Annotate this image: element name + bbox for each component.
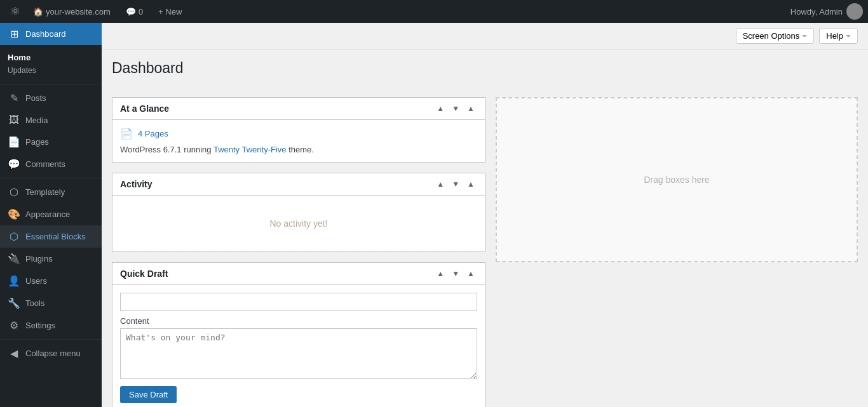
sidebar-item-media[interactable]: 🖼 Media (0, 109, 102, 131)
adminbar-right: Howdy, Admin (790, 3, 863, 20)
quick-draft-controls: ▲ ▼ ▲ (434, 268, 477, 279)
sidebar-item-comments[interactable]: 💬 Comments (0, 153, 102, 175)
save-draft-button[interactable]: Save Draft (120, 386, 177, 403)
dashboard-icon: ⊞ (8, 28, 20, 40)
widget-collapse-up-button[interactable]: ▲ (434, 103, 447, 114)
at-a-glance-body: 📄 4 Pages WordPress 6.7.1 running Twenty… (112, 120, 485, 162)
widget-controls: ▲ ▼ ▲ (434, 103, 477, 114)
main-header: Screen Options Help (102, 23, 868, 50)
activity-widget: Activity ▲ ▼ ▲ No activity yet! (112, 173, 485, 252)
users-icon: 👤 (8, 275, 20, 287)
widget-hide-button[interactable]: ▲ (465, 103, 477, 114)
adminbar-new-link[interactable]: + New (151, 7, 189, 17)
main-area: Screen Options Help Dashboard At a Glanc… (102, 23, 868, 407)
quick-draft-header: Quick Draft ▲ ▼ ▲ (112, 263, 485, 285)
page-title: Dashboard (112, 60, 858, 77)
avatar (846, 3, 863, 20)
sidebar-item-essential-blocks[interactable]: ⬡ Essential Blocks Essential Blocks Form… (0, 225, 102, 248)
sidebar-item-plugins[interactable]: 🔌 Plugins (0, 248, 102, 270)
screen-options-caret-icon (802, 35, 807, 37)
sidebar-item-dashboard[interactable]: ⊞ Dashboard (0, 23, 102, 45)
activity-body: No activity yet! (112, 196, 485, 251)
theme-link[interactable]: Twenty Twenty-Five (214, 145, 287, 154)
adminbar-site-link[interactable]: 🏠 your-website.com (25, 7, 118, 17)
quick-draft-hide-button[interactable]: ▲ (465, 268, 477, 279)
drag-zone: Drag boxes here (496, 97, 858, 262)
activity-widget-controls: ▲ ▼ ▲ (434, 178, 477, 190)
main-content: At a Glance ▲ ▼ ▲ 📄 4 Pages (102, 87, 868, 407)
posts-icon: ✎ (8, 92, 20, 104)
sidebar-item-templately[interactable]: ⬡ Templately (0, 181, 102, 203)
right-column: Drag boxes here (496, 97, 858, 397)
sidebar: ⊞ Dashboard Home Updates ✎ Posts 🖼 Media… (0, 23, 102, 407)
screen-options-button[interactable]: Screen Options (736, 28, 815, 44)
quick-draft-title: Quick Draft (120, 269, 168, 279)
quick-draft-content-textarea[interactable] (120, 328, 477, 379)
at-a-glance-header: At a Glance ▲ ▼ ▲ (112, 98, 485, 120)
quick-draft-collapse-down-button[interactable]: ▼ (449, 268, 462, 279)
pages-count-icon: 📄 (120, 128, 133, 140)
sidebar-item-pages[interactable]: 📄 Pages (0, 131, 102, 153)
page-title-row: Dashboard (102, 50, 868, 87)
templately-icon: ⬡ (8, 186, 20, 198)
no-activity-text: No activity yet! (120, 203, 477, 244)
adminbar-comments-link[interactable]: 💬 0 (118, 7, 151, 17)
appearance-icon: 🎨 (8, 208, 20, 220)
activity-collapse-up-button[interactable]: ▲ (434, 178, 447, 190)
sidebar-home-section: Home Updates (0, 45, 102, 81)
at-a-glance-pages-item: 📄 4 Pages (120, 128, 477, 140)
sidebar-item-tools[interactable]: 🔧 Tools (0, 292, 102, 314)
adminbar-howdy[interactable]: Howdy, Admin (790, 3, 863, 20)
collapse-icon: ◀ (8, 347, 20, 359)
at-a-glance-widget: At a Glance ▲ ▼ ▲ 📄 4 Pages (112, 97, 485, 163)
wp-logo-icon[interactable]: ⚛ (5, 4, 25, 18)
settings-icon: ⚙ (8, 319, 20, 331)
pages-icon: 📄 (8, 136, 20, 148)
sidebar-item-updates[interactable]: Updates (8, 65, 94, 79)
admin-bar: ⚛ 🏠 your-website.com 💬 0 + New Howdy, Ad… (0, 0, 868, 23)
quick-draft-body: Content Save Draft (112, 285, 485, 407)
activity-header: Activity ▲ ▼ ▲ (112, 173, 485, 196)
plugins-icon: 🔌 (8, 253, 20, 265)
media-icon: 🖼 (8, 114, 20, 126)
at-a-glance-wp-text: WordPress 6.7.1 running Twenty Twenty-Fi… (120, 145, 477, 154)
sidebar-item-appearance[interactable]: 🎨 Appearance (0, 203, 102, 225)
left-column: At a Glance ▲ ▼ ▲ 📄 4 Pages (112, 97, 485, 397)
home-icon: 🏠 (33, 7, 43, 17)
sidebar-item-settings[interactable]: ⚙ Settings (0, 314, 102, 337)
sidebar-item-posts[interactable]: ✎ Posts (0, 87, 102, 109)
sidebar-collapse-button[interactable]: ◀ Collapse menu (0, 342, 102, 364)
quick-draft-title-input[interactable] (120, 293, 477, 311)
activity-title: Activity (120, 179, 153, 189)
tools-icon: 🔧 (8, 297, 20, 309)
comments-icon: 💬 (126, 7, 136, 17)
widget-collapse-down-button[interactable]: ▼ (449, 103, 462, 114)
help-caret-icon (846, 35, 851, 37)
sidebar-item-users[interactable]: 👤 Users (0, 270, 102, 292)
pages-count-link[interactable]: 4 Pages (138, 129, 168, 138)
help-button[interactable]: Help (819, 28, 858, 44)
comments-sidebar-icon: 💬 (8, 158, 20, 170)
quick-draft-collapse-up-button[interactable]: ▲ (434, 268, 447, 279)
activity-collapse-down-button[interactable]: ▼ (449, 178, 462, 190)
essential-blocks-icon: ⬡ (8, 230, 20, 243)
quick-draft-widget: Quick Draft ▲ ▼ ▲ Content Save Draft (112, 262, 485, 407)
sidebar-item-home[interactable]: Home (8, 50, 94, 65)
activity-hide-button[interactable]: ▲ (465, 178, 477, 190)
at-a-glance-title: At a Glance (120, 103, 169, 114)
content-label: Content (120, 316, 477, 326)
